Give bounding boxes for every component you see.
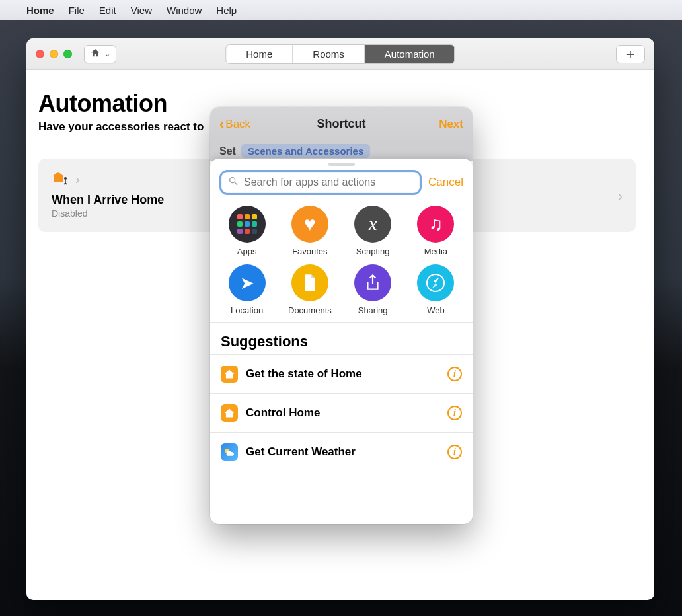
share-icon: [354, 264, 391, 301]
category-favorites[interactable]: ♥ Favorites: [280, 206, 340, 256]
category-sharing-label: Sharing: [358, 305, 388, 315]
info-out-icon[interactable]: i: [447, 406, 462, 420]
view-segmented-control: Home Rooms Automation: [225, 44, 455, 64]
back-label: Back: [225, 118, 250, 131]
suggestion-label: Get the state of Home: [246, 367, 439, 381]
category-documents-label: Documents: [288, 305, 332, 315]
menubar-window[interactable]: Window: [167, 5, 202, 16]
search-field-wrapper[interactable]: [219, 170, 422, 195]
apps-icon: [229, 206, 266, 243]
set-label: Set: [219, 145, 236, 157]
chevron-right-icon: ›: [618, 188, 623, 203]
home-app-icon: [221, 366, 238, 383]
home-selector-dropdown[interactable]: ⌄: [84, 45, 116, 63]
suggestion-label: Control Home: [246, 406, 439, 420]
back-button[interactable]: ‹ Back: [219, 116, 250, 133]
suggestion-label: Get Current Weather: [246, 445, 439, 459]
plus-icon: ＋: [624, 45, 637, 63]
search-input[interactable]: [244, 176, 413, 188]
add-button[interactable]: ＋: [616, 45, 645, 63]
menubar-help[interactable]: Help: [216, 5, 237, 16]
info-out-icon[interactable]: i: [447, 445, 462, 459]
suggestion-get-current-weather[interactable]: Get Current Weather i: [210, 432, 473, 471]
svg-point-0: [64, 177, 67, 180]
suggestion-get-state-home[interactable]: Get the state of Home i: [210, 354, 473, 393]
window-zoom[interactable]: [63, 50, 72, 58]
category-favorites-label: Favorites: [292, 247, 327, 256]
category-apps-label: Apps: [237, 247, 257, 256]
cancel-button[interactable]: Cancel: [428, 176, 463, 189]
panel-header: ‹ Back Shortcut Next: [210, 107, 473, 141]
menubar-edit[interactable]: Edit: [99, 5, 116, 16]
search-icon: [228, 176, 239, 189]
heart-icon: ♥: [291, 206, 328, 243]
category-apps[interactable]: Apps: [217, 206, 277, 256]
home-app-window: ⌄ Home Rooms Automation ＋ Automation Hav…: [26, 38, 654, 600]
weather-app-icon: [221, 443, 238, 461]
window-titlebar: ⌄ Home Rooms Automation ＋: [26, 38, 654, 70]
category-location[interactable]: ➤ Location: [217, 264, 277, 315]
scripting-icon: x: [354, 206, 391, 243]
window-traffic-lights: [36, 50, 72, 58]
menubar-view[interactable]: View: [131, 5, 152, 16]
scenes-accessories-tag[interactable]: Scenes and Accessories: [241, 144, 370, 158]
home-app-icon: [221, 404, 238, 422]
suggestion-control-home[interactable]: Control Home i: [210, 393, 473, 432]
menubar-file[interactable]: File: [69, 5, 85, 16]
tab-home[interactable]: Home: [226, 45, 293, 63]
category-media[interactable]: ♫ Media: [406, 206, 466, 256]
category-grid: Apps ♥ Favorites x Scripting ♫ Media ➤ L…: [210, 202, 473, 323]
sheet-drag-handle[interactable]: [328, 163, 355, 166]
window-minimize[interactable]: [50, 50, 58, 58]
category-scripting[interactable]: x Scripting: [343, 206, 403, 256]
svg-point-1: [230, 178, 235, 183]
tab-automation[interactable]: Automation: [365, 45, 455, 63]
chevron-left-icon: ‹: [219, 116, 224, 133]
category-sharing[interactable]: Sharing: [343, 264, 403, 315]
location-arrow-icon: ➤: [229, 264, 266, 301]
suggestions-header: Suggestions: [210, 323, 473, 354]
tab-rooms[interactable]: Rooms: [293, 45, 365, 63]
home-arrive-icon: [52, 171, 69, 188]
next-button[interactable]: Next: [439, 118, 463, 131]
category-scripting-label: Scripting: [356, 247, 390, 256]
category-location-label: Location: [231, 305, 263, 315]
menubar-app-name[interactable]: Home: [26, 5, 54, 16]
macos-menubar: Home File Edit View Window Help: [0, 0, 682, 20]
suggestions-list: Get the state of Home i Control Home i G…: [210, 354, 473, 471]
actions-search-sheet: Cancel Apps ♥ Favorites: [210, 159, 473, 524]
window-close[interactable]: [36, 50, 44, 58]
document-icon: [291, 264, 328, 301]
info-out-icon[interactable]: i: [447, 367, 462, 381]
category-web[interactable]: Web: [406, 264, 466, 315]
category-documents[interactable]: Documents: [280, 264, 340, 315]
category-web-label: Web: [427, 305, 445, 315]
category-media-label: Media: [424, 247, 447, 256]
shortcut-panel: ‹ Back Shortcut Next Set Scenes and Acce…: [210, 107, 473, 524]
music-note-icon: ♫: [417, 206, 454, 243]
compass-icon: [417, 264, 454, 301]
chevron-right-icon: ›: [75, 172, 80, 187]
house-icon: [90, 48, 100, 61]
svg-line-2: [235, 182, 237, 185]
panel-title: Shortcut: [317, 117, 366, 131]
chevron-down-icon: ⌄: [104, 50, 110, 58]
